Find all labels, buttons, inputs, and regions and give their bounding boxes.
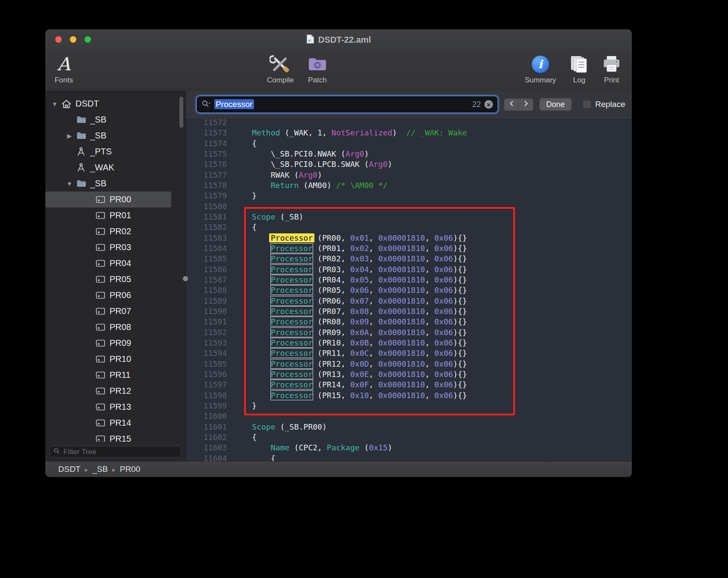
patch-button[interactable]: Patch [294,53,341,85]
code-line[interactable]: 11575 \_SB.PCI0.NWAK (Arg0) [186,149,632,159]
code-line[interactable]: 11574 { [186,138,632,149]
code-line[interactable]: 11576 \_SB.PCI0.LPCB.SWAK (Arg0) [186,159,632,170]
fonts-button[interactable]: AFonts [45,53,88,85]
code-line[interactable]: 11602 { [186,432,632,443]
code-line[interactable]: 11601 Scope (_SB.PR00) [186,422,632,432]
line-number: 11595 [186,359,227,369]
split-handle[interactable] [183,276,188,281]
argument-token: Arg0 [299,170,317,179]
tree-item-label: PR06 [110,290,131,300]
sidebar-item-pr15[interactable]: PR15 [45,431,171,442]
code-text: ) [364,149,369,158]
sidebar-item-_pts[interactable]: _PTS [45,144,171,160]
line-number: 11576 [186,159,227,170]
breadcrumb-item-_sb[interactable]: _SB [92,465,108,474]
sidebar-item-pr08[interactable]: PR08 [45,319,171,335]
code-line[interactable]: 11578 Return (AM00) /* \AM00 */ [186,180,632,191]
window-title-area: DSDT-22.aml [306,34,371,46]
next-match-button[interactable] [518,98,533,111]
keyword-token: Return [271,181,299,190]
tree-item-label: _PTS [90,147,112,157]
line-number: 11591 [186,317,227,327]
line-number: 11578 [186,180,227,191]
done-button[interactable]: Done [539,98,572,111]
code-line[interactable]: 11604 { [186,453,632,462]
sidebar-item-pr03[interactable]: PR03 [45,239,171,255]
sidebar-item-_wak[interactable]: _WAK [45,160,171,176]
line-number: 11580 [186,201,227,212]
comment-token: /* \AM00 */ [336,181,387,190]
code-content: \_SB.PCI0.LPCB.SWAK (Arg0) [227,159,392,170]
tree-item-label: PR04 [110,258,131,268]
line-number: 11597 [186,380,227,390]
folder-icon [75,132,88,140]
patch-icon [308,53,327,75]
code-line[interactable]: 11573 Method (_WAK, 1, NotSerialized) //… [186,128,632,138]
line-number: 11581 [186,212,227,222]
sidebar-item-_sb[interactable]: ▼_SB [45,176,171,192]
sidebar-item-_sb[interactable]: ▶_SB [45,128,171,144]
annotation-rectangle [244,207,515,415]
sidebar-item-pr05[interactable]: PR05 [45,271,171,287]
sidebar-item-dsdt[interactable]: ▼DSDT [45,96,171,112]
clear-search-icon[interactable]: × [484,100,493,109]
line-number: 11593 [186,338,227,348]
sidebar-item-pr09[interactable]: PR09 [45,335,171,351]
line-number: 11592 [186,327,227,338]
processor-icon [94,355,107,363]
tree-item-label: PR11 [110,370,131,380]
sidebar-item-pr02[interactable]: PR02 [45,223,171,239]
chevron-right-icon [524,101,528,108]
sidebar-item-pr00[interactable]: PR00 [45,192,171,207]
search-input[interactable]: Processor 22 × [196,96,498,113]
line-number: 11601 [186,422,227,432]
document-icon [306,34,314,46]
close-button[interactable] [55,36,62,43]
sidebar-item-pr07[interactable]: PR07 [45,303,171,319]
processor-icon [94,387,107,395]
toolbar-label: Summary [525,76,556,85]
breadcrumb-item-dsdt[interactable]: DSDT [58,465,81,474]
previous-match-button[interactable] [504,98,519,111]
house-icon [60,99,73,109]
toolbar-label: Compile [267,76,294,85]
sidebar-item-pr01[interactable]: PR01 [45,207,171,223]
tree-item-label: DSDT [75,99,99,109]
sidebar-item-pr13[interactable]: PR13 [45,399,171,415]
filter-tree-field[interactable] [50,446,181,458]
breadcrumb-separator: ▸ [112,465,116,474]
sidebar-item-pr04[interactable]: PR04 [45,255,171,271]
sidebar-item-pr11[interactable]: PR11 [45,367,171,383]
code-content [227,411,233,421]
breadcrumb-item-pr00[interactable]: PR00 [120,465,141,474]
code-text: { [233,139,257,148]
code-text [233,443,271,452]
code-line[interactable]: 11579 } [186,191,632,201]
minimize-button[interactable] [70,36,76,43]
sidebar-item-pr10[interactable]: PR10 [45,351,171,367]
sidebar-item-pr12[interactable]: PR12 [45,383,171,399]
line-number: 11594 [186,348,227,358]
sidebar-item-pr14[interactable]: PR14 [45,415,171,431]
zoom-button[interactable] [85,36,91,43]
sidebar-item-_sb[interactable]: _SB [45,112,171,128]
disclosure-down-icon[interactable]: ▼ [64,180,75,187]
code-line[interactable]: 11577 RWAK (Arg0) [186,170,632,180]
fonts-icon: A [57,53,70,75]
method-icon [75,147,88,156]
processor-icon [94,212,107,219]
line-number: 11590 [186,306,227,317]
sidebar-scrollbar[interactable] [179,97,183,128]
processor-icon [94,403,107,411]
code-text: (_SB.PR00) [276,422,327,431]
titlebar: DSDT-22.aml [45,29,632,50]
sidebar-item-pr06[interactable]: PR06 [45,287,171,303]
code-line[interactable]: 11603 Name (CPC2, Package (0x15) [186,443,632,453]
keyword-token: Name [271,443,289,452]
disclosure-right-icon[interactable]: ▶ [64,132,75,139]
replace-checkbox[interactable] [583,100,591,109]
disclosure-down-icon[interactable]: ▼ [50,101,60,107]
print-button[interactable]: Print [588,53,632,85]
search-menu-icon[interactable] [201,100,211,109]
filter-tree-input[interactable] [63,447,177,457]
